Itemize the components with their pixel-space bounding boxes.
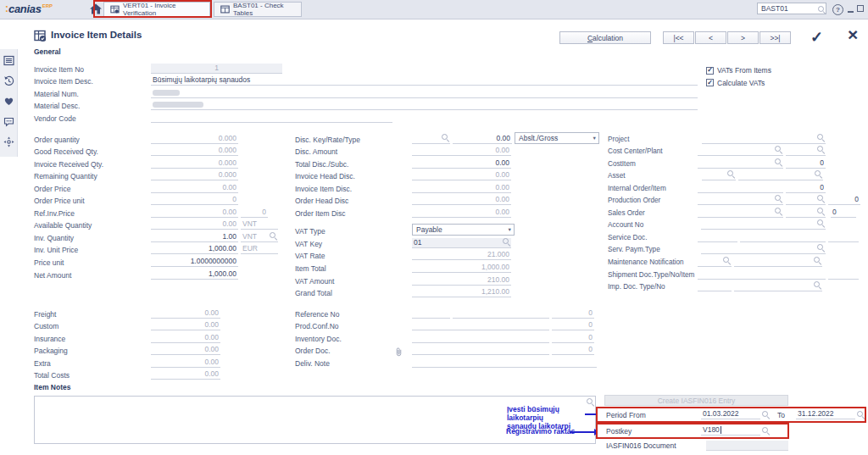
field-input[interactable]: 0 (552, 308, 594, 319)
field-input[interactable] (786, 146, 826, 156)
field-input[interactable] (698, 158, 783, 169)
field-input[interactable]: 0.000 (151, 170, 238, 180)
field-input[interactable]: 0.00 (151, 208, 238, 218)
field-input[interactable] (453, 308, 549, 319)
field-input[interactable] (412, 345, 549, 355)
iasfin016-document-field[interactable] (706, 441, 788, 451)
field-input[interactable] (740, 232, 826, 242)
field-input[interactable] (702, 170, 736, 180)
field-input[interactable]: 0.00 (151, 308, 220, 319)
field-input[interactable] (698, 183, 783, 193)
field-input[interactable]: 1,000.00 (412, 263, 511, 273)
field-input[interactable]: 21.000 (412, 250, 511, 260)
search-icon[interactable] (817, 195, 824, 203)
field-input[interactable]: 0.000 (151, 146, 238, 156)
field-input[interactable]: 0 (831, 208, 856, 218)
field-input[interactable] (412, 320, 549, 330)
field-input[interactable]: 1.0000000000 (151, 257, 238, 267)
nav-next-button[interactable]: > (727, 31, 759, 44)
field-input[interactable] (738, 170, 823, 180)
field-input[interactable]: 01 (412, 238, 511, 248)
field-input[interactable]: 1,000.00 (151, 244, 238, 254)
field-input[interactable]: 0.00 (151, 320, 220, 330)
close-icon[interactable]: × (848, 25, 858, 45)
paperclip-icon[interactable] (395, 347, 403, 357)
field-input[interactable]: 0 (786, 158, 826, 169)
search-icon[interactable] (775, 158, 782, 166)
search-icon[interactable] (817, 244, 824, 252)
field-input[interactable]: 0.00 (151, 183, 238, 193)
minimize-icon[interactable] (848, 11, 854, 13)
field-input[interactable]: 1,210.00 (412, 287, 511, 297)
field-input[interactable]: 0.00 (453, 134, 512, 144)
field-input[interactable]: Būsimųjų laikotarpių sąnaudos (151, 75, 698, 86)
navigate-target-icon[interactable] (3, 136, 14, 149)
search-icon[interactable] (857, 411, 864, 419)
search-icon[interactable] (503, 238, 509, 246)
field-input[interactable] (702, 134, 826, 144)
search-icon[interactable] (762, 427, 769, 435)
search-icon[interactable] (815, 170, 821, 178)
calculation-button[interactable]: Calculation (559, 31, 651, 44)
field-input[interactable]: 1.00 (151, 232, 238, 242)
field-input[interactable] (412, 308, 450, 319)
field-input[interactable]: 210.00 (412, 275, 511, 286)
field-input[interactable]: 0.00 (412, 158, 511, 169)
favorites-heart-icon[interactable] (3, 96, 14, 108)
field-input[interactable]: 0.000 (151, 134, 238, 144)
nav-first-button[interactable]: |<< (663, 31, 694, 44)
field-input[interactable] (701, 244, 826, 254)
search-icon[interactable] (442, 134, 448, 141)
field-input[interactable]: 0 (552, 333, 594, 343)
search-icon[interactable] (775, 195, 782, 203)
field-input[interactable]: 0.00 (412, 195, 511, 205)
field-input[interactable]: 0.00 (412, 146, 511, 156)
field-input[interactable]: EUR (241, 244, 278, 254)
field-input[interactable] (151, 100, 698, 110)
field-input[interactable] (412, 358, 597, 368)
period-from-input[interactable]: 01.03.2022 (701, 410, 760, 419)
search-icon[interactable] (817, 146, 824, 153)
search-icon[interactable] (814, 281, 821, 289)
help-icon[interactable]: ? (832, 4, 843, 15)
field-input[interactable]: 0.00 (412, 170, 511, 180)
field-input[interactable] (698, 195, 783, 205)
field-input[interactable]: 1 (151, 64, 282, 74)
field-input[interactable]: 1,000.00 (151, 269, 238, 280)
field-input[interactable] (412, 134, 450, 144)
field-input[interactable]: 0 (786, 183, 826, 193)
search-icon[interactable] (762, 411, 769, 419)
maximize-icon[interactable] (857, 5, 864, 12)
field-input[interactable] (412, 333, 549, 343)
field-input[interactable]: 0.00 (151, 358, 220, 368)
period-to-input[interactable]: 31.12.2022 (796, 410, 855, 419)
field-input[interactable] (786, 195, 826, 205)
form-icon[interactable] (3, 55, 14, 68)
field-input[interactable]: 0 (552, 345, 594, 355)
comments-icon[interactable] (3, 116, 14, 129)
field-input[interactable]: 0 (828, 195, 860, 205)
history-icon[interactable] (3, 75, 14, 88)
search-icon[interactable] (814, 257, 821, 264)
field-input[interactable] (786, 208, 826, 218)
field-input[interactable]: VNT (241, 219, 278, 230)
field-input[interactable] (698, 257, 732, 267)
field-input[interactable] (698, 232, 737, 242)
field-input[interactable]: 0.00 (151, 345, 220, 355)
field-input[interactable]: 0.00 (412, 208, 511, 218)
field-input[interactable] (698, 146, 783, 156)
field-input[interactable] (151, 113, 392, 123)
field-input[interactable] (828, 232, 859, 242)
field-input[interactable] (734, 257, 822, 267)
field-input[interactable] (698, 269, 826, 280)
field-input[interactable] (828, 269, 859, 280)
field-input[interactable]: 0.00 (412, 183, 511, 193)
field-input[interactable]: VNT (241, 232, 278, 242)
search-icon[interactable] (818, 6, 825, 14)
tab-vert01-invoice-verification[interactable]: VERT01 - Invoice Verification (103, 2, 210, 17)
nav-prev-button[interactable]: < (695, 31, 726, 44)
field-input[interactable]: 0 (552, 320, 594, 330)
search-icon[interactable] (270, 232, 276, 240)
field-input[interactable]: 0.00 (151, 333, 220, 343)
search-icon[interactable] (775, 208, 782, 215)
